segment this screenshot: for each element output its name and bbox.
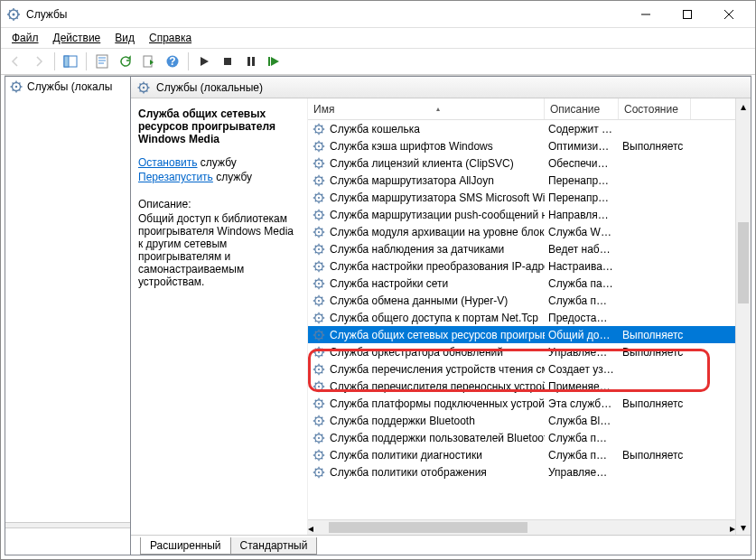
close-button[interactable] [708,1,750,28]
service-name: Служба наблюдения за датчиками [330,243,504,256]
service-desc: Служба п… [545,449,619,462]
service-row[interactable]: Служба обмена данными (Hyper-V)Служба п… [308,292,735,309]
service-row[interactable]: Служба поддержки BluetoothСлужба Bl… [308,412,735,429]
service-row[interactable]: Служба платформы подключенных устройствЭ… [308,395,735,412]
service-row[interactable]: Служба маршрутизации push-сообщений на …… [308,206,735,223]
service-desc: Применяе… [545,380,619,393]
menu-file[interactable]: Файл [5,30,46,46]
gear-icon [312,448,326,462]
v-scrollbar-thumb[interactable] [738,222,749,303]
service-desc: Ведет наб… [545,243,619,256]
service-row[interactable]: Служба настройки преобразования IP-адрес… [308,257,735,275]
service-row[interactable]: Служба маршрутизатора SMS Microsoft Wind… [308,189,735,206]
svg-point-18 [318,127,320,129]
stop-service-button[interactable] [217,51,238,72]
gear-icon [312,465,326,480]
svg-point-32 [318,247,320,249]
export-button[interactable] [138,51,160,72]
pause-service-button[interactable] [240,51,262,72]
maximize-button[interactable] [667,1,708,28]
svg-point-28 [318,213,320,215]
gear-icon [312,208,326,222]
service-row[interactable]: Служба поддержки пользователей Bluetooth… [308,429,735,446]
help-button[interactable]: ? [162,51,183,72]
column-desc[interactable]: Описание [545,98,619,119]
svg-rect-5 [97,55,107,68]
service-row[interactable]: Служба политики диагностикиСлужба п…Выпо… [308,446,735,463]
svg-point-48 [318,385,320,387]
service-row[interactable]: Служба наблюдения за датчикамиВедет наб… [308,240,735,257]
service-row[interactable]: Служба маршрутизатора AllJoynПеренапр… [308,172,735,189]
gear-icon [312,259,326,274]
svg-point-40 [318,316,320,318]
scroll-up-icon[interactable]: ▴ [736,98,751,114]
svg-point-36 [318,282,320,284]
service-row[interactable]: Служба перечислителя переносных устройст… [308,378,735,395]
column-state[interactable]: Состояние [619,98,691,119]
tree-bottom-spacer [5,527,130,555]
service-desc: Создает уз… [545,363,619,376]
service-row[interactable]: Служба настройки сетиСлужба па… [308,275,735,292]
tab-standard[interactable]: Стандартный [230,537,318,555]
list-pane: Имя ▴ Описание Состояние Служба кошелька… [308,98,751,535]
gear-icon [312,379,326,394]
service-row[interactable]: Служба модуля архивации на уровне блоков… [308,223,735,240]
service-state: Выполняетс [619,346,691,359]
column-name[interactable]: Имя ▴ [308,98,545,119]
service-row[interactable]: Служба лицензий клиента (ClipSVC)Обеспеч… [308,154,735,172]
show-hide-button[interactable] [60,51,81,72]
service-desc: Содержит … [545,123,619,135]
gear-icon [9,79,23,94]
h-scrollbar-thumb[interactable] [329,522,527,533]
tree-root-label: Службы (локалы [27,80,112,93]
scroll-left-icon[interactable]: ◂ [308,520,313,535]
start-service-button[interactable] [193,51,215,72]
service-name: Служба маршрутизатора SMS Microsoft Wind… [330,191,545,204]
properties-button[interactable] [91,51,113,72]
gear-icon [312,362,326,377]
svg-point-50 [318,402,320,404]
tab-extended[interactable]: Расширенный [140,537,231,555]
refresh-button[interactable] [115,51,136,72]
scroll-down-icon[interactable]: ▾ [736,519,751,535]
service-row[interactable]: Служба политики отображенияУправляе… [308,463,735,481]
minimize-button[interactable] [625,1,667,28]
app-icon [6,7,21,22]
stop-service-link[interactable]: Остановить [138,156,198,169]
sort-asc-icon: ▴ [436,105,440,113]
content-pane: Службы (локальные) Служба общих сетевых … [131,76,751,555]
menu-help[interactable]: Справка [142,30,199,46]
restart-service-button[interactable] [264,51,285,72]
service-desc: Предоста… [545,312,619,324]
gear-icon [312,139,326,154]
svg-point-58 [318,471,320,472]
service-name: Служба общих сетевых ресурсов проигрыват… [330,329,545,341]
menu-view[interactable]: Вид [107,30,142,46]
detail-pane: Служба общих сетевых ресурсов проигрыват… [131,98,308,535]
service-row[interactable]: Служба кошелькаСодержит … [308,120,735,137]
tree-root-services[interactable]: Службы (локалы [5,77,130,97]
service-row[interactable]: Служба общих сетевых ресурсов проигрыват… [308,326,735,343]
h-scrollbar[interactable]: ◂ ▸ [308,519,735,535]
menu-action[interactable]: Действие [46,30,108,46]
service-name: Служба поддержки Bluetooth [330,415,475,427]
service-desc: Оптимизи… [545,140,619,153]
service-name: Служба платформы подключенных устройств [330,397,545,410]
gear-icon [312,345,326,359]
scroll-right-icon[interactable]: ▸ [730,520,735,535]
service-row[interactable]: Служба кэша шрифтов WindowsОптимизи…Выпо… [308,137,735,154]
service-desc: Служба W… [545,226,619,238]
service-row[interactable]: Служба перечисления устройств чтения сма… [308,360,735,378]
svg-point-54 [318,436,320,438]
v-scrollbar[interactable]: ▴ ▾ [735,98,751,535]
service-desc: Управляе… [545,346,619,359]
svg-rect-9 [224,58,231,65]
service-row[interactable]: Служба общего доступа к портам Net.TcpПр… [308,309,735,326]
svg-text:?: ? [169,55,175,68]
gear-icon [312,225,326,239]
window-title: Службы [26,8,625,21]
service-row[interactable]: Служба оркестратора обновленийУправляе…В… [308,343,735,360]
service-desc: Эта служб… [545,397,619,410]
service-desc: Настраива… [545,260,619,273]
restart-service-link[interactable]: Перезапустить [138,171,213,183]
